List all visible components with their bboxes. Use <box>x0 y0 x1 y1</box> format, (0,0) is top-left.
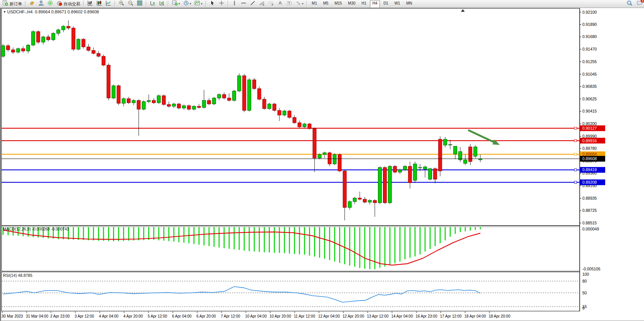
date-tick-label: 6 Apr 04:00 <box>172 314 192 318</box>
grid-button[interactable]: F <box>266 0 276 8</box>
candle-body <box>137 100 140 109</box>
line-handle[interactable] <box>574 181 577 183</box>
timeframe-button-h4[interactable]: H4 <box>370 0 380 8</box>
text-label-button[interactable]: T <box>285 0 294 8</box>
timeframe-button-h1[interactable]: H1 <box>359 0 369 8</box>
candle-body <box>37 32 40 42</box>
chart-shift-button[interactable] <box>157 0 166 8</box>
candle-body <box>323 153 326 155</box>
candle-body <box>157 96 161 103</box>
text-button[interactable]: A <box>276 0 285 8</box>
vline-button[interactable] <box>230 0 239 8</box>
candle-body <box>448 145 452 145</box>
symbol-timeframe-label: USDCHF-,H4 <box>7 10 33 14</box>
candle-body <box>62 26 65 30</box>
notifications-button[interactable]: 1 <box>636 0 642 8</box>
candle-body <box>132 100 135 103</box>
timeframe-button-d1[interactable]: D1 <box>381 0 391 8</box>
fibo-button[interactable]: E <box>257 0 266 8</box>
cursor-button[interactable] <box>208 0 217 8</box>
price-level-tag-label: 0.89916 <box>582 138 597 143</box>
date-tick-label: 10 Apr 20:00 <box>269 314 291 318</box>
chart-shift-icon <box>159 0 165 8</box>
chart-symbol-header[interactable]: ▼ USDCHF-,H4 0.89664 0.89671 0.89602 0.8… <box>3 10 99 14</box>
candle-body <box>393 166 397 172</box>
candle-body <box>328 153 332 164</box>
candle-body <box>338 154 341 171</box>
candle-body <box>11 50 15 52</box>
candle-body <box>177 104 181 108</box>
date-tick-label: 12 Apr 20:00 <box>343 314 364 318</box>
profiles-button[interactable] <box>37 0 46 8</box>
date-tick-label: 2 Apr 23:00 <box>50 314 70 318</box>
dropdown-caret-icon[interactable]: ▾ <box>179 2 180 5</box>
main-toolbar: 新订单自动交易▾▾▾EFAT▾M1M5M15M30H1H4D1W1MN1 <box>0 0 644 8</box>
candle-body <box>27 45 30 51</box>
styles-button[interactable] <box>27 0 37 8</box>
candle-body <box>238 76 241 91</box>
candle-body <box>77 39 80 49</box>
zoom-in-icon <box>118 0 124 8</box>
candle-body <box>308 124 311 129</box>
candle-chart-button[interactable] <box>95 0 104 8</box>
line-chart-icon <box>105 0 112 8</box>
zoom-out-button[interactable] <box>126 0 135 8</box>
candle-body <box>228 98 231 100</box>
candle-body <box>293 118 296 123</box>
tile-windows-button[interactable] <box>135 0 144 8</box>
timeframe-button-mn[interactable]: MN <box>403 0 415 8</box>
date-tick-label: 12 Apr 04:00 <box>318 314 340 318</box>
line-handle[interactable] <box>574 153 577 156</box>
chart-area[interactable]: 0.921000.918900.916800.914700.912550.910… <box>0 8 644 321</box>
auto-scroll-button[interactable] <box>148 0 157 8</box>
date-tick-label: 4 Apr 04:00 <box>99 314 119 318</box>
bar-chart-button[interactable] <box>86 0 95 8</box>
rsi-pane[interactable] <box>2 272 580 311</box>
candle-body <box>358 198 362 199</box>
candle-body <box>57 30 60 33</box>
dropdown-caret-icon[interactable]: ▾ <box>201 2 202 5</box>
toolbar-button-label: 新订单 <box>10 1 22 7</box>
timeframe-button-m30[interactable]: M30 <box>345 0 358 8</box>
candle-body <box>222 95 226 98</box>
hline-icon <box>241 0 247 8</box>
price-level-tag-label: 0.89684 <box>582 152 597 156</box>
template-button[interactable]: ▾ <box>193 0 204 8</box>
price-tick-label: 0.89780 <box>582 146 597 151</box>
new-chart-button[interactable]: ▾ <box>170 0 182 8</box>
period-button[interactable]: ▾ <box>182 0 193 8</box>
timeframe-button-m5[interactable]: M5 <box>320 0 331 8</box>
candle-body <box>438 139 442 171</box>
line-handle[interactable] <box>574 140 577 142</box>
new-order-button[interactable]: 新订单 <box>1 0 24 8</box>
toolbar-separator <box>83 1 84 7</box>
line-chart-button[interactable] <box>104 0 113 8</box>
auto-scroll-icon <box>150 0 156 8</box>
autotrade-button[interactable]: 自动交易 <box>55 0 82 8</box>
candle-body <box>363 199 367 202</box>
line-handle[interactable] <box>574 127 577 129</box>
crosshair-icon <box>218 0 225 8</box>
price-tick-label: 0.90200 <box>582 121 597 126</box>
zoom-in-button[interactable] <box>117 0 126 8</box>
price-tick-label: 0.89990 <box>582 134 597 138</box>
toolbar-button-label: 自动交易 <box>64 1 80 7</box>
dropdown-caret-icon[interactable]: ▾ <box>302 2 304 5</box>
chevron-down-icon[interactable]: ▼ <box>3 10 6 14</box>
candle-body <box>313 129 316 158</box>
price-tick-label: 0.90835 <box>582 84 597 89</box>
trendline-button[interactable] <box>248 0 257 8</box>
shapes-button[interactable]: ▾ <box>294 0 305 8</box>
signals-button[interactable] <box>46 0 55 8</box>
timeframe-button-m15[interactable]: M15 <box>332 0 344 8</box>
crosshair-button[interactable] <box>217 0 226 8</box>
search-icon[interactable] <box>626 0 633 8</box>
hline-button[interactable] <box>239 0 248 8</box>
candle-body <box>117 86 120 103</box>
line-handle[interactable] <box>574 169 577 171</box>
candle-body <box>247 80 251 110</box>
dropdown-caret-icon[interactable]: ▾ <box>190 2 191 5</box>
timeframe-button-m1[interactable]: M1 <box>309 0 320 8</box>
timeframe-button-w1[interactable]: W1 <box>392 0 403 8</box>
timeframe-toolbar: M1M5M15M30H1H4D1W1MN <box>308 0 416 8</box>
